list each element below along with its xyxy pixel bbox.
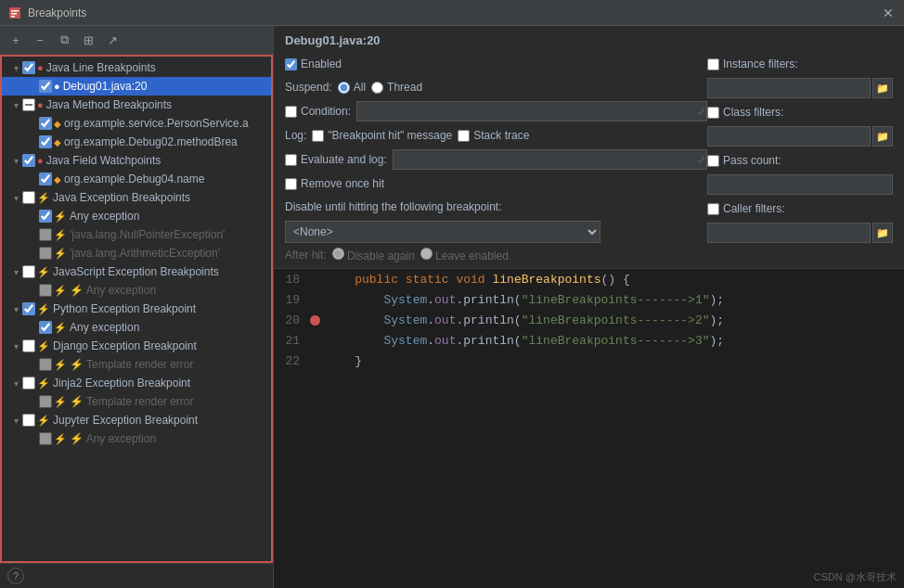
tree-item-debug02-method[interactable]: ◆org.example.Debug02.methodBrea [2,133,271,151]
tree-item-checkbox[interactable] [22,339,35,352]
tree-item-person-service[interactable]: ◆org.example.service.PersonService.a [2,114,271,133]
class-filters-folder-btn[interactable]: 📁 [872,126,893,147]
suspend-thread-label[interactable]: Thread [371,81,422,94]
suspend-thread-radio[interactable] [371,82,383,94]
eval-expand-icon[interactable]: ⤢ [697,154,705,166]
tree-item-checkbox[interactable] [39,432,52,445]
export-button[interactable]: ↗ [102,30,123,50]
log-stack-trace-label[interactable]: Stack trace [458,129,529,142]
enabled-checkbox[interactable] [285,58,297,70]
suspend-all-radio[interactable] [338,82,350,94]
log-stack-trace-checkbox[interactable] [458,130,470,142]
breakpoints-tree[interactable]: ▾●Java Line Breakpoints●Debug01.java:20▾… [0,55,273,563]
orange-diamond-icon: ◆ [54,117,61,130]
group-button[interactable]: ⊞ [78,30,98,50]
tree-item-java-method-bp[interactable]: ▾●Java Method Breakpoints [2,96,271,114]
tree-item-checkbox[interactable] [39,395,52,408]
tree-item-js-any-exc[interactable]: ⚡⚡ Any exception [2,281,271,300]
tree-item-checkbox[interactable] [39,210,52,223]
enabled-label[interactable]: Enabled [285,58,342,70]
tree-item-checkbox[interactable] [39,358,52,371]
tree-item-checkbox[interactable] [22,154,35,167]
tree-item-checkbox[interactable] [39,321,52,334]
tree-item-debug04-name[interactable]: ◆org.example.Debug04.name [2,170,271,188]
class-filters-label[interactable]: Class filters: [707,106,783,119]
watermark: CSDN @水哥技术 [814,570,897,584]
tree-item-label: 'java.lang.ArithmeticException' [70,247,220,260]
yellow-bolt-icon: ⚡ [54,284,67,297]
class-filters-checkbox[interactable] [707,107,719,119]
eval-log-input[interactable] [393,149,707,170]
caller-filters-label[interactable]: Caller filters: [707,202,785,215]
instance-filters-input[interactable] [707,78,871,98]
instance-filters-row: Instance filters: [707,55,893,73]
tree-item-checkbox[interactable] [22,98,35,111]
condition-input[interactable] [356,101,707,121]
yellow-bolt-icon: ⚡ [37,414,50,427]
tree-item-label: Java Line Breakpoints [46,61,156,74]
tree-item-checkbox[interactable] [39,117,52,130]
help-button[interactable]: ? [7,568,24,584]
remove-once-label[interactable]: Remove once hit [285,177,384,190]
log-bp-hit-label[interactable]: "Breakpoint hit" message [312,129,452,142]
caller-filters-folder-btn[interactable]: 📁 [872,223,893,243]
tree-item-checkbox[interactable] [39,228,52,241]
pass-count-label[interactable]: Pass count: [707,154,781,167]
tree-item-django-template[interactable]: ⚡⚡ Template render error [2,355,271,374]
eval-log-checkbox[interactable] [285,154,297,166]
tree-item-arithmetic-exc[interactable]: ⚡'java.lang.ArithmeticException' [2,244,271,262]
condition-row: Condition: ⤢ [285,101,707,121]
tree-item-js-exc-bp[interactable]: ▾⚡JavaScript Exception Breakpoints [2,262,271,281]
tree-item-any-exception[interactable]: ⚡Any exception [2,207,271,225]
tree-item-python-exc-bp[interactable]: ▾⚡Python Exception Breakpoint [2,300,271,318]
tree-item-debug01-java-20[interactable]: ●Debug01.java:20 [2,77,271,96]
tree-item-checkbox[interactable] [39,247,52,260]
leave-enabled-label: Leave enabled [420,248,509,262]
code-line-22: 22 } [274,351,904,371]
tree-item-checkbox[interactable] [39,135,52,148]
tree-item-checkbox[interactable] [39,80,52,93]
yellow-bolt-icon: ⚡ [37,191,50,204]
breakpoint-marker[interactable] [307,315,322,326]
class-filters-row: Class filters: [707,103,893,121]
pass-count-input[interactable] [707,174,893,195]
class-filters-input[interactable] [707,126,871,147]
tree-item-jupyter-exc-bp[interactable]: ▾⚡Jupyter Exception Breakpoint [2,411,271,429]
instance-filters-label[interactable]: Instance filters: [707,58,798,70]
tree-item-checkbox[interactable] [22,61,35,74]
copy-button[interactable]: ⧉ [54,30,74,50]
tree-item-checkbox[interactable] [22,265,35,278]
tree-item-jinja2-template[interactable]: ⚡⚡ Template render error [2,392,271,411]
tree-item-checkbox[interactable] [39,284,52,297]
remove-button[interactable]: − [30,30,50,50]
tree-item-java-exc-bp[interactable]: ▾⚡Java Exception Breakpoints [2,188,271,207]
tree-item-label: 'java.lang.NullPointerException' [70,228,225,241]
condition-checkbox-label[interactable]: Condition: [285,105,351,118]
tree-item-python-any-exc[interactable]: ⚡Any exception [2,318,271,337]
tree-item-java-field-wp[interactable]: ▾●Java Field Watchpoints [2,151,271,170]
close-button[interactable]: ✕ [880,5,897,21]
tree-item-null-pointer[interactable]: ⚡'java.lang.NullPointerException' [2,225,271,244]
tree-item-checkbox[interactable] [39,173,52,185]
tree-item-jinja2-exc-bp[interactable]: ▾⚡Jinja2 Exception Breakpoint [2,374,271,392]
tree-item-django-exc-bp[interactable]: ▾⚡Django Exception Breakpoint [2,337,271,355]
instance-filters-checkbox[interactable] [707,58,719,70]
tree-item-checkbox[interactable] [22,414,35,427]
condition-checkbox[interactable] [285,106,297,118]
caller-filters-input[interactable] [707,223,871,243]
tree-item-checkbox[interactable] [22,377,35,390]
tree-item-java-line-bp[interactable]: ▾●Java Line Breakpoints [2,58,271,77]
pass-count-checkbox[interactable] [707,155,719,167]
disable-until-select[interactable]: <None> [285,221,601,243]
tree-item-checkbox[interactable] [22,191,35,204]
caller-filters-checkbox[interactable] [707,203,719,215]
tree-item-checkbox[interactable] [22,302,35,315]
add-button[interactable]: + [6,30,26,50]
log-bp-hit-checkbox[interactable] [312,130,324,142]
suspend-all-label[interactable]: All [338,81,366,94]
instance-filters-folder-btn[interactable]: 📁 [872,78,893,98]
remove-once-checkbox[interactable] [285,178,297,190]
eval-log-label[interactable]: Evaluate and log: [285,153,387,166]
expand-icon[interactable]: ⤢ [697,106,705,118]
tree-item-jupyter-any[interactable]: ⚡⚡ Any exception [2,429,271,448]
